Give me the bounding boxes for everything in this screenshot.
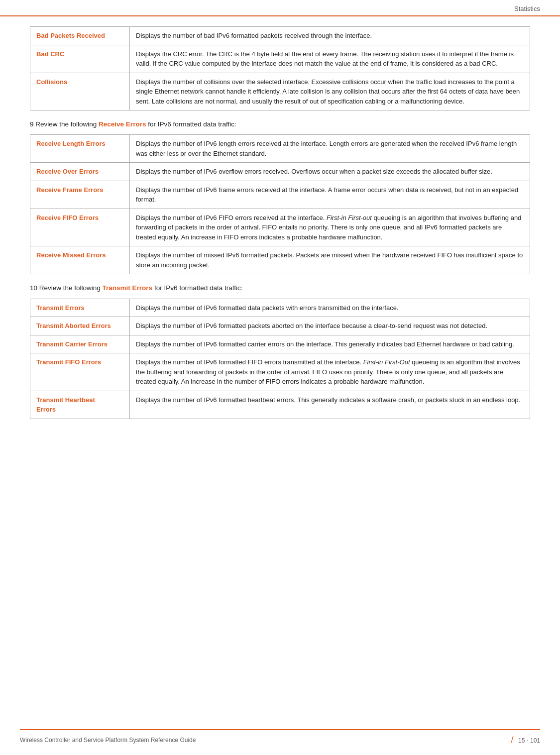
term-transmit-aborted: Transmit Aborted Errors: [30, 317, 130, 335]
term-bad-packets: Bad Packets Received: [30, 27, 130, 45]
def-transmit-fifo: Displays the number of IPv6 formatted FI…: [130, 353, 530, 391]
table-row: Receive FIFO Errors Displays the number …: [30, 209, 530, 246]
footer-right: / 15 - 101: [508, 735, 540, 745]
term-receive-over: Receive Over Errors: [30, 163, 130, 181]
term-transmit-carrier: Transmit Carrier Errors: [30, 335, 130, 353]
footer-divider: [20, 729, 540, 730]
def-receive-length: Displays the number of IPv6 length error…: [130, 135, 530, 163]
table-row: Receive Over Errors Displays the number …: [30, 163, 530, 181]
def-bad-crc: Displays the CRC error. The CRC is the 4…: [130, 45, 530, 73]
step10-suffix: for IPv6 formatted data traffic:: [152, 284, 242, 292]
table-row: Transmit FIFO Errors Displays the number…: [30, 353, 530, 391]
step9-prefix: 9 Review the following: [30, 120, 99, 128]
def-transmit-errors: Displays the number of IPv6 formatted da…: [130, 299, 530, 317]
def-collisions: Displays the number of collisions over t…: [130, 73, 530, 110]
def-receive-over: Displays the number of IPv6 overflow err…: [130, 163, 530, 181]
step10-intro: 10 Review the following Transmit Errors …: [30, 283, 530, 293]
table-receive-basic: Bad Packets Received Displays the number…: [30, 26, 530, 110]
step9-highlight: Receive Errors: [99, 120, 146, 128]
term-transmit-heartbeat: Transmit HeartbeatErrors: [30, 391, 130, 419]
term-collisions: Collisions: [30, 73, 130, 110]
def-receive-fifo: Displays the number of IPv6 FIFO errors …: [130, 209, 530, 246]
header-title: Statistics: [514, 5, 540, 12]
term-bad-crc: Bad CRC: [30, 45, 130, 73]
step10-prefix: 10 Review the following: [30, 284, 103, 292]
step9-intro: 9 Review the following Receive Errors fo…: [30, 119, 530, 129]
def-transmit-aborted: Displays the number of IPv6 formatted pa…: [130, 317, 530, 335]
footer-slash: /: [511, 735, 514, 745]
step10-highlight: Transmit Errors: [103, 284, 153, 292]
table-row: Transmit Carrier Errors Displays the num…: [30, 335, 530, 353]
table-row: Receive Length Errors Displays the numbe…: [30, 135, 530, 163]
def-transmit-heartbeat: Displays the number of IPv6 formatted he…: [130, 391, 530, 419]
table-row: Transmit HeartbeatErrors Displays the nu…: [30, 391, 530, 419]
table-row: Bad CRC Displays the CRC error. The CRC …: [30, 45, 530, 73]
table-row: Bad Packets Received Displays the number…: [30, 27, 530, 45]
term-receive-length: Receive Length Errors: [30, 135, 130, 163]
table-row: Receive Frame Errors Displays the number…: [30, 181, 530, 209]
term-receive-missed: Receive Missed Errors: [30, 246, 130, 274]
def-transmit-carrier: Displays the number of IPv6 formatted ca…: [130, 335, 530, 353]
table-row: Transmit Errors Displays the number of I…: [30, 299, 530, 317]
footer-left: Wireless Controller and Service Platform…: [20, 737, 196, 744]
table-row: Receive Missed Errors Displays the numbe…: [30, 246, 530, 274]
step9-suffix: for IPv6 formatted data traffic:: [146, 120, 236, 128]
term-receive-frame: Receive Frame Errors: [30, 181, 130, 209]
table-transmit-errors: Transmit Errors Displays the number of I…: [30, 299, 530, 419]
page-header: Statistics: [0, 0, 560, 16]
footer-page: 15 - 101: [518, 737, 540, 744]
def-bad-packets: Displays the number of bad IPv6 formatte…: [130, 27, 530, 45]
table-receive-errors: Receive Length Errors Displays the numbe…: [30, 134, 530, 274]
def-receive-frame: Displays the number of IPv6 frame errors…: [130, 181, 530, 209]
def-receive-missed: Displays the number of missed IPv6 forma…: [130, 246, 530, 274]
term-receive-fifo: Receive FIFO Errors: [30, 209, 130, 246]
table-row: Collisions Displays the number of collis…: [30, 73, 530, 110]
term-transmit-fifo: Transmit FIFO Errors: [30, 353, 130, 391]
term-transmit-errors: Transmit Errors: [30, 299, 130, 317]
table-row: Transmit Aborted Errors Displays the num…: [30, 317, 530, 335]
page-footer: Wireless Controller and Service Platform…: [0, 735, 560, 745]
